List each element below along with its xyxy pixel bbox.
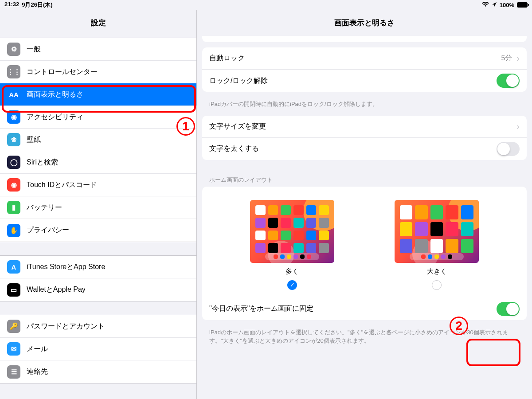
chevron-right-icon: › [516, 53, 520, 63]
sidebar-item-label: Touch IDとパスコード [27, 180, 97, 190]
sidebar-item-wallet[interactable]: ▭WalletとApple Pay [0, 278, 196, 301]
layout-option-bigger[interactable]: 大きく [395, 200, 479, 290]
sidebar-item-privacy[interactable]: ✋プライバシー [0, 219, 196, 242]
sidebar-item-label: Siriと検索 [27, 158, 58, 167]
sidebar-item-label: 画面表示と明るさ [27, 90, 83, 99]
row-today-pin[interactable]: "今日の表示"をホーム画面に固定 [202, 298, 527, 320]
hint-lock-unlock: iPadカバーの開閉時に自動的にiPadをロック/ロック解除します。 [202, 97, 527, 116]
passwords-icon: 🔑 [7, 320, 20, 333]
sidebar-item-label: WalletとApple Pay [27, 285, 86, 294]
sidebar-item-label: 壁紙 [27, 135, 41, 145]
label-auto-lock: 自動ロック [209, 54, 245, 63]
sidebar-item-label: コントロールセンター [27, 67, 98, 77]
radio-more[interactable]: ✓ [287, 280, 297, 290]
toggle-bold-text[interactable] [497, 142, 520, 156]
touchid-icon: ◉ [7, 178, 20, 192]
sidebar-item-control-center[interactable]: ⋮⋮コントロールセンター [0, 61, 196, 83]
sidebar-item-general[interactable]: ⚙一般 [0, 38, 196, 61]
radio-bigger[interactable] [432, 280, 442, 290]
privacy-icon: ✋ [7, 224, 20, 237]
label-lock-unlock: ロック/ロック解除 [209, 76, 268, 86]
sidebar-item-label: パスワードとアカウント [27, 322, 105, 331]
sidebar-item-mail[interactable]: ✉メール [0, 338, 196, 360]
row-text-size[interactable]: 文字サイズを変更 › [202, 116, 527, 138]
control-center-icon: ⋮⋮ [7, 65, 20, 78]
preview-more [250, 200, 334, 263]
status-date: 9月26日(木) [22, 1, 52, 9]
sidebar-item-wallpaper[interactable]: ❀壁紙 [0, 129, 196, 151]
toggle-today-pin[interactable] [497, 302, 520, 316]
sidebar-item-label: 一般 [27, 45, 41, 54]
general-icon: ⚙ [7, 43, 20, 56]
layout-chooser: 多く ✓ 大きく [202, 187, 527, 298]
detail-title: 画面表示と明るさ [197, 10, 532, 38]
status-time: 21:32 [4, 1, 19, 9]
sidebar-item-battery[interactable]: ▮バッテリー [0, 196, 196, 219]
preview-bigger [395, 200, 479, 263]
layout-option-more[interactable]: 多く ✓ [250, 200, 334, 290]
detail-pane: 画面表示と明るさ 自動ロック 5分 › ロック/ロック解除 [197, 10, 532, 399]
sidebar-item-passwords[interactable]: 🔑パスワードとアカウント [0, 315, 196, 338]
sidebar-item-contacts[interactable]: ☰連絡先 [0, 360, 196, 383]
label-option-more: 多く [286, 267, 299, 276]
label-option-bigger: 大きく [427, 267, 447, 276]
sidebar-item-label: プライバシー [27, 226, 69, 235]
row-bold-text[interactable]: 文字を太くする [202, 138, 527, 160]
siri-icon: ◯ [7, 156, 20, 169]
sidebar-item-touchid[interactable]: ◉Touch IDとパスコード [0, 174, 196, 196]
header-home-layout: ホーム画面のレイアウト [202, 165, 527, 187]
sidebar-title: 設定 [0, 10, 196, 38]
sidebar-item-display[interactable]: AA画面表示と明るさ [0, 83, 196, 106]
chevron-right-icon: › [516, 121, 520, 132]
sidebar-item-siri[interactable]: ◯Siriと検索 [0, 151, 196, 174]
label-today-pin: "今日の表示"をホーム画面に固定 [209, 304, 313, 313]
battery-icon [517, 2, 528, 8]
row-lock-unlock[interactable]: ロック/ロック解除 [202, 70, 527, 92]
label-bold-text: 文字を太くする [209, 144, 259, 153]
value-auto-lock: 5分 [501, 54, 512, 63]
battery-icon: ▮ [7, 201, 20, 214]
label-text-size: 文字サイズを変更 [209, 122, 266, 131]
accessibility-icon: ◉ [7, 110, 20, 124]
settings-sidebar: 設定 ⚙一般⋮⋮コントロールセンターAA画面表示と明るさ◉アクセシビリティ❀壁紙… [0, 10, 197, 399]
display-icon: AA [7, 88, 20, 101]
sidebar-item-label: iTunes StoreとApp Store [27, 262, 105, 272]
sidebar-item-itunes[interactable]: AiTunes StoreとApp Store [0, 256, 196, 278]
contacts-icon: ☰ [7, 365, 20, 379]
battery-pct: 100% [500, 2, 514, 8]
row-auto-lock[interactable]: 自動ロック 5分 › [202, 47, 527, 70]
hint-home-layout: iPadのホーム画面のレイアウトを選択してください。"多く"を選ぶと各ページに小… [202, 325, 527, 352]
toggle-lock-unlock[interactable] [497, 74, 520, 88]
wallpaper-icon: ❀ [7, 133, 20, 146]
wallet-icon: ▭ [7, 283, 20, 297]
mail-icon: ✉ [7, 342, 20, 356]
sidebar-item-label: 連絡先 [27, 367, 48, 376]
sidebar-item-label: バッテリー [27, 203, 62, 212]
status-bar: 21:32 9月26日(木) 100% [0, 0, 532, 10]
wifi-icon [482, 2, 489, 8]
itunes-icon: A [7, 260, 20, 274]
sidebar-item-label: メール [27, 344, 48, 354]
sidebar-item-accessibility[interactable]: ◉アクセシビリティ [0, 106, 196, 129]
location-icon [492, 2, 497, 8]
sidebar-item-label: アクセシビリティ [27, 113, 83, 122]
